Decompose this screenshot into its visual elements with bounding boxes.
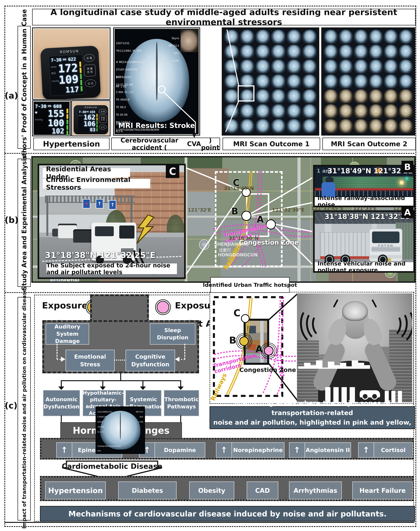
bp-display: 7-30 PM 622 172 109 117 WHO 高压 mmHg (49, 55, 84, 96)
street-title-line2: Chronic Environmental Stressors (46, 176, 150, 191)
cad-label: CAD (255, 487, 270, 494)
street-title-line2-box: Chronic Environmental Stressors (43, 179, 150, 188)
mri-film-2-grid (322, 28, 415, 135)
inset-a-tag: A (402, 206, 413, 218)
bp-measure-button: 测 量 关 机 (84, 64, 96, 77)
bp3-set-button: 设 置 (99, 109, 106, 114)
mri-film-outcome-1 (222, 28, 319, 136)
inset-a-tag-letter: A (404, 207, 411, 217)
panel-separator-ab (5, 153, 414, 154)
signal-light (405, 177, 408, 180)
hypertension-label-box: Hypertension (33, 138, 109, 150)
thrombotic-pathways-box: Thrombotic Pathways (164, 390, 199, 416)
gantry-post (46, 196, 48, 236)
bp-monitor-photo-3: ROMSUN 7-30 PM 435 162 106 83 WHO 设 置 测 … (71, 100, 110, 136)
hypertension-box: Hypertension (45, 482, 106, 500)
sound-waveform-icon: ▂▅▃▇▁▆▃▅▂▇▅▃ (298, 359, 370, 369)
panel-c-side-title-box: Impact of transportation-related noise a… (17, 297, 31, 520)
thrombotic-pathways-label: Thrombotic Pathways (160, 396, 203, 410)
dopamine-box: ↑ Dopamine (139, 442, 205, 458)
heart-failure-label: Heart Failure (359, 487, 405, 494)
noise-arc-icon (384, 304, 412, 346)
panel-b-side-title: Study Area and Experimental Analysis (20, 155, 28, 290)
mri-stroke-image: 10071432 *9/11/1984, M, 40Y # ME241226MR… (113, 28, 200, 136)
autonomic-dysfunction-box: Autonomic Dysfunction (43, 390, 80, 416)
railway-caption-box: Intense railway-associated noise (315, 197, 413, 206)
panel-c-label: (c) (5, 401, 17, 410)
sleep-to-cognitive-connector (184, 344, 185, 359)
map-place-shenjiahang: SHENJIAHANG (214, 242, 249, 247)
bp-device: ROMSUN 7-30 PM 622 172 109 117 WHO 高压 mm… (40, 46, 101, 100)
norepinephrine-box: ↑ Norepinephrine (216, 442, 285, 458)
mri-c-meta-right: MR D13 HFS +LPH (136, 408, 143, 423)
stress-tick (333, 299, 338, 308)
panel-a-side-title-box: Authors' Proof of Concept in a Human Cas… (17, 26, 31, 149)
bp-set-button-label: 设 置 (86, 56, 92, 60)
truck-brand: FOTON (370, 244, 402, 247)
bp3-brand: ROMSUN (74, 106, 108, 109)
bp-hi-label: 高压 (51, 71, 56, 75)
up-arrow-icon: ↑ (216, 443, 232, 457)
mri-c-meta-b1: FUSION/TRACEW/ND/NORM (97, 445, 121, 447)
bp-monitor-photo-1: ROMSUN 7-30 PM 622 172 109 117 WHO 高压 mm… (32, 28, 110, 100)
bp3-display: 7-30 PM 435 162 106 83 WHO (78, 109, 98, 133)
cva-label-pre: Cerebrovascular accident ( (112, 137, 187, 151)
bp3-device: ROMSUN 7-30 PM 435 162 106 83 WHO 设 置 测 … (74, 105, 108, 134)
bp-pulse: 117 (65, 85, 79, 94)
up-arrow-icon: ↑ (289, 443, 305, 457)
map-point-b-label: B (231, 206, 238, 217)
autonomic-dysfunction-label: Autonomic Dysfunction (41, 396, 82, 410)
bp3-memory-button: 记 忆 (99, 125, 106, 130)
exposure-b-word: Exposure (42, 300, 88, 310)
bp-mmhg-label: mmHg (52, 80, 59, 82)
street-caption: The Subject exposed to 24-hour noise and… (46, 262, 177, 275)
bp2-mmhg-label: mmHg (35, 118, 43, 121)
sleep-disruption-label: Sleep Disruption (150, 327, 195, 341)
panel-a-label: (a) (5, 91, 17, 100)
panel-b-side-title-box: Study Area and Experimental Analysis (17, 159, 31, 287)
mri-film-outcome-2 (321, 28, 415, 136)
monitoring-caption-line1: Monitoring areas where the major zones o… (210, 398, 414, 418)
hotspot-label-box: Identified Urban Traffic hotspot (210, 277, 290, 293)
figure-bottom-line (5, 522, 414, 523)
arrow-into-cognitive (175, 357, 180, 362)
mri-c-meta-r2: HFS (140, 416, 143, 418)
up-arrow-icon: ↑ (57, 443, 72, 457)
flow-arrowhead (140, 386, 146, 390)
exposure-a-circle (157, 301, 169, 313)
cva-arrow-marker: ▼ (193, 133, 196, 138)
bp-who-label: WHO (51, 66, 56, 68)
hypertension-disease-label: Hypertension (48, 486, 103, 495)
map-place-hongdongcun: HONGDONGCUN (218, 252, 258, 258)
mri-c-meta-4: :30 AM (97, 426, 104, 428)
bp2-heart-icon: ♥ (35, 111, 37, 115)
cognitive-effects-container: Auditory System Damage Sleep Disruption … (42, 320, 199, 373)
cva-label-box: Cerebrovascular accident (CVA) point (111, 138, 220, 150)
lane-sign-up: ↑ (96, 199, 103, 209)
emotional-to-cognitive-dotted (114, 360, 125, 361)
train-headlight (400, 181, 404, 185)
schematic-point-c (241, 315, 249, 322)
bp-memory-button: 记 忆 (85, 79, 96, 88)
flow-crossbar (61, 380, 181, 381)
truck-caption: Intense vehicular noise and pollutant ex… (317, 260, 413, 273)
bp-memory: 622 (68, 56, 76, 62)
exposed-brain (342, 301, 368, 321)
cva-label-bold: CVA (187, 140, 201, 148)
arrhythmias-box: Arrhythmias (289, 482, 342, 500)
truck-photo-inset: FOTON 31°18'38"N 121°32'28"E Intense veh… (313, 210, 415, 273)
street-photo-inset: ✕ ↑ ↑ Residential Areas Under Chronic En… (38, 164, 186, 279)
panel-b-label: (b) (5, 215, 17, 225)
bp2-time: 7-30 (35, 104, 46, 109)
panel-c-side-title: Impact of transportation-related noise a… (21, 289, 27, 529)
schematic-c-label: C (234, 307, 240, 319)
scan1-label-box: MRI Scan Outcome 1 (223, 138, 320, 150)
emotional-stress-label: Emotional Stress (66, 353, 114, 368)
mri-c-meta-1: 241226MR1013 (97, 411, 112, 413)
map-coord-lon1: 121°32'E (188, 207, 211, 213)
bp2-systolic: 155 (48, 108, 64, 119)
truck-grille (371, 247, 400, 251)
bp3-set-button-label: 设 置 (101, 110, 105, 113)
cad-box: CAD (247, 482, 278, 500)
cardiometabolic-label: Cardiometabolic Disease (61, 462, 163, 470)
